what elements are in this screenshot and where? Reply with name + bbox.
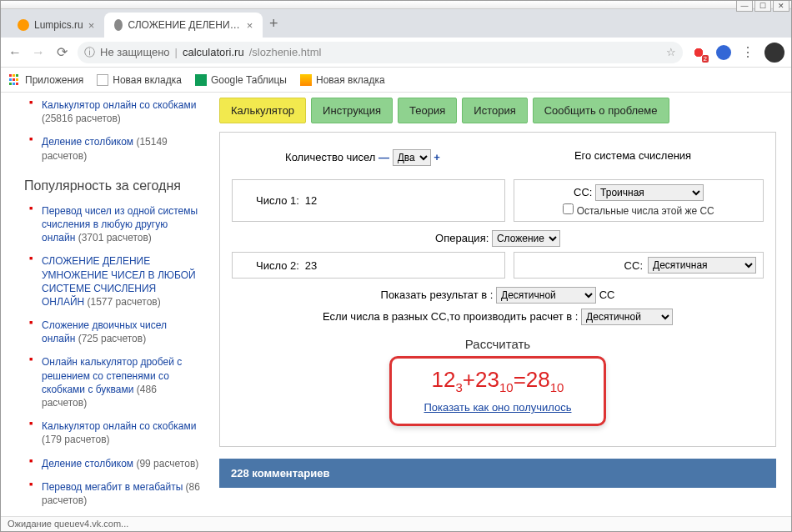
menu-icon[interactable]: ⋮ <box>741 44 754 60</box>
back-button[interactable]: ← <box>8 45 23 60</box>
result-equation: 123+2310=2810 <box>404 367 592 394</box>
system-header: Его система счисления <box>574 149 691 162</box>
comments-header[interactable]: 228 комментариев <box>219 459 776 488</box>
url-path: /slozhenie.html <box>249 46 322 58</box>
op-label: Операция: <box>435 232 489 244</box>
sidebar: Калькулятор онлайн со скобками (25816 ра… <box>1 93 216 516</box>
cc1-select[interactable]: Троичная <box>595 184 704 201</box>
tab-history[interactable]: История <box>462 98 527 123</box>
security-label: Не защищено <box>100 46 170 58</box>
profile-avatar[interactable] <box>764 43 784 63</box>
cc2-select[interactable]: Десятичная <box>648 257 756 274</box>
page-icon <box>97 74 108 86</box>
star-icon[interactable]: ☆ <box>666 46 676 58</box>
tab-report[interactable]: Сообщить о проблеме <box>533 98 669 123</box>
bookmark-item[interactable]: Новая вкладка <box>300 74 385 86</box>
reload-button[interactable]: ⟳ <box>54 44 69 60</box>
sidebar-link[interactable]: Перевод чисел из одной системы счисления… <box>33 202 201 248</box>
close-icon[interactable]: × <box>88 19 95 32</box>
favicon-icon <box>18 19 29 31</box>
bookmark-item[interactable]: Новая вкладка <box>97 74 182 86</box>
main-content: Калькулятор Инструкция Теория История Со… <box>216 93 791 516</box>
tab-instruction[interactable]: Инструкция <box>311 98 393 123</box>
count-label: Количество чисел <box>285 151 375 163</box>
content-tabs: Калькулятор Инструкция Теория История Со… <box>219 98 776 123</box>
tab-calculator[interactable]: Калькулятор <box>219 98 306 123</box>
sidebar-link[interactable]: Сложение двоичных чисел онлайн (725 расч… <box>33 316 201 348</box>
tab-theory[interactable]: Теория <box>398 98 457 123</box>
num2-label: Число 2: <box>256 259 299 272</box>
result-in-select[interactable]: Десятичной <box>496 287 596 304</box>
browser-toolbar: ← → ⟳ ⓘ Не защищено | calculatori.ru/slo… <box>1 38 791 68</box>
tab-strip: Lumpics.ru × СЛОЖЕНИЕ ДЕЛЕНИЕ УМНОЖЕ × + <box>1 9 791 38</box>
forward-button[interactable]: → <box>31 45 46 60</box>
same-cc-checkbox[interactable] <box>563 203 574 214</box>
extension-yandex-icon[interactable]: 2 <box>691 45 706 60</box>
diff-cc-select[interactable]: Десятичной <box>581 309 673 325</box>
num2-input[interactable] <box>304 258 498 273</box>
address-bar[interactable]: ⓘ Не защищено | calculatori.ru/slozhenie… <box>78 42 683 63</box>
extension-badge: 2 <box>702 55 709 63</box>
minimize-button[interactable]: — <box>736 0 753 12</box>
result-box: 123+2310=2810 Показать как оно получилос… <box>389 356 606 426</box>
new-tab-button[interactable]: + <box>263 15 284 33</box>
browser-tab-calculatori[interactable]: СЛОЖЕНИЕ ДЕЛЕНИЕ УМНОЖЕ × <box>104 13 263 38</box>
result-in-label: Показать результат в : <box>381 289 494 301</box>
operation-select[interactable]: Сложение <box>492 230 560 247</box>
increase-count-button[interactable]: + <box>434 151 440 163</box>
calculator-form: Количество чисел — Два + Его система счи… <box>219 132 776 447</box>
page-icon <box>300 74 312 86</box>
maximize-button[interactable]: ☐ <box>754 0 771 12</box>
sidebar-heading: Популярность за сегодня <box>24 178 201 193</box>
sidebar-link[interactable]: Перевод мегабит в мегабайты (86 расчетов… <box>33 478 201 509</box>
url-host: calculatori.ru <box>183 46 244 58</box>
cc-label: СС: <box>624 259 643 272</box>
calculate-heading: Рассчитать <box>232 337 764 351</box>
bookmark-item[interactable]: Google Таблицы <box>195 74 287 86</box>
cc-label: СС: <box>574 186 592 198</box>
num1-label: Число 1: <box>256 194 299 207</box>
count-select[interactable]: Два <box>393 149 431 166</box>
sidebar-link[interactable]: Калькулятор онлайн со скобками (179 расч… <box>33 417 201 449</box>
extension-icon[interactable] <box>716 45 731 60</box>
apps-button[interactable]: Приложения <box>9 74 83 86</box>
decrease-count-button[interactable]: — <box>378 151 389 163</box>
close-window-button[interactable]: ✕ <box>773 0 789 12</box>
show-how-link[interactable]: Показать как оно получилось <box>424 401 572 414</box>
status-bar: Ожидание queuev4.vk.com... <box>1 516 791 532</box>
sidebar-link[interactable]: Онлайн калькулятор дробей с решением со … <box>33 353 201 412</box>
tab-title: СЛОЖЕНИЕ ДЕЛЕНИЕ УМНОЖЕ <box>128 19 241 31</box>
diff-cc-label: Если числа в разных СС,то производить ра… <box>323 310 579 323</box>
favicon-icon <box>114 19 123 31</box>
tab-title: Lumpics.ru <box>34 19 83 31</box>
browser-tab-lumpics[interactable]: Lumpics.ru × <box>8 13 104 38</box>
close-icon[interactable]: × <box>247 19 253 32</box>
apps-icon <box>9 74 21 86</box>
bookmarks-bar: Приложения Новая вкладка Google Таблицы … <box>1 68 791 93</box>
num1-input[interactable] <box>304 193 498 208</box>
sidebar-link[interactable]: Деление столбиком (99 расчетов) <box>33 454 201 473</box>
sidebar-link[interactable]: Калькулятор онлайн со скобками (25816 ра… <box>33 96 201 128</box>
sidebar-link[interactable]: СЛОЖЕНИЕ ДЕЛЕНИЕ УМНОЖЕНИЕ ЧИСЕЛ В ЛЮБОЙ… <box>33 252 201 311</box>
info-icon: ⓘ <box>84 45 95 60</box>
sidebar-link[interactable]: Деление столбиком (15149 расчетов) <box>33 133 201 164</box>
sheets-icon <box>195 74 207 86</box>
